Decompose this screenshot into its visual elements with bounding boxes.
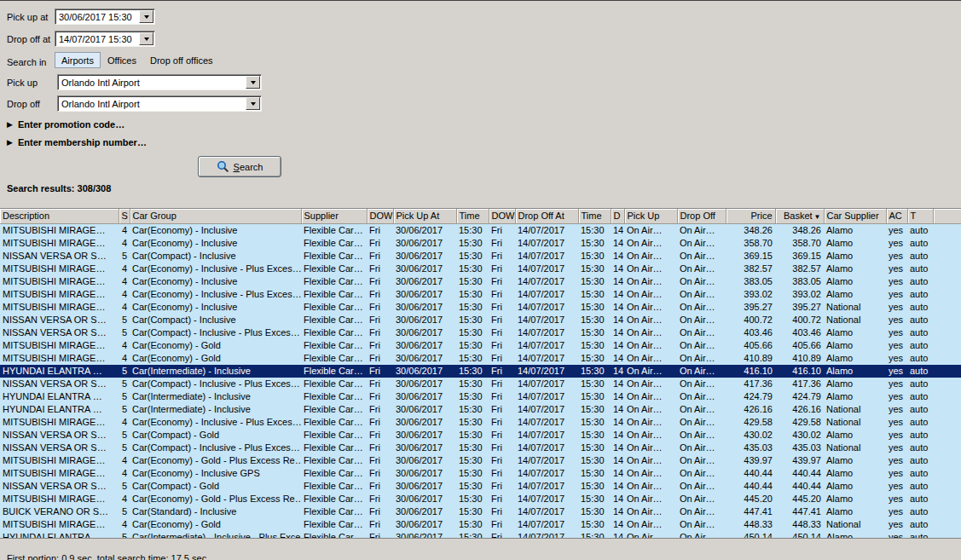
results-header-row: DescriptionSCar GroupSupplierDOWPick Up … [0,209,961,223]
column-header-price[interactable]: Price [726,209,775,223]
dropoff-combo[interactable]: Orlando Intl Airport [57,95,262,112]
status-bar: First portion: 0.9 sec, total search tim… [0,538,961,560]
column-header-description[interactable]: Description [0,209,119,223]
dropoff-combo-arrow[interactable] [246,97,260,110]
pickup-combo-arrow[interactable] [246,76,260,89]
results-summary: Search results: 308/308 [7,183,111,193]
column-header-time[interactable]: Time [456,209,489,223]
pickup-at-label: Pick up at [7,12,48,22]
pickup-combo[interactable]: Orlando Intl Airport [57,74,262,90]
result-row[interactable]: NISSAN VERSA OR S…5Car(Compact) - Inclus… [0,250,961,263]
expander-icon: ▶ [7,121,13,129]
column-header-car-group[interactable]: Car Group [130,209,301,223]
result-row[interactable]: MITSUBISHI MIRAGE…4Car(Economy) - Gold -… [0,454,961,467]
tab-drop-off-offices[interactable]: Drop off offices [143,52,220,68]
dropoff-at-combo-arrow[interactable] [139,32,153,45]
status-text: First portion: 0.9 sec, total search tim… [7,553,206,560]
column-header-ac[interactable]: AC [886,209,907,223]
chevron-down-icon [144,15,149,19]
pickup-at-value: 30/06/2017 15:30 [55,9,138,24]
pickup-label: Pick up [7,78,38,88]
result-row[interactable]: HYUNDAI ELANTRA …5Car(Intermediate) - In… [0,531,961,539]
pickup-at-combo[interactable]: 30/06/2017 15:30 [55,9,155,25]
search-button[interactable]: Search [198,156,281,177]
column-header-d[interactable]: D [611,209,624,223]
result-row[interactable]: MITSUBISHI MIRAGE…4Car(Economy) - GoldFl… [0,352,961,365]
chevron-down-icon [251,81,256,84]
column-header-drop-off[interactable]: Drop Off [677,209,726,223]
column-header-car-supplier[interactable]: Car Supplier [824,209,886,223]
dropoff-at-value: 14/07/2017 15:30 [55,32,138,46]
result-row[interactable]: NISSAN VERSA OR S…5Car(Compact) - GoldFl… [0,480,961,493]
expander-icon: ▶ [7,139,13,147]
result-row[interactable]: MITSUBISHI MIRAGE…4Car(Economy) - Inclus… [0,288,961,301]
dropoff-at-combo[interactable]: 14/07/2017 15:30 [55,31,155,47]
column-header-dow[interactable]: DOW [489,209,515,223]
pickup-value: Orlando Intl Airport [58,75,245,89]
result-row[interactable]: HYUNDAI ELANTRA …5Car(Intermediate) - In… [0,403,961,416]
results-grid: DescriptionSCar GroupSupplierDOWPick Up … [0,208,961,538]
result-row[interactable]: MITSUBISHI MIRAGE…4Car(Economy) - Inclus… [0,223,961,237]
column-header-blank [933,209,961,223]
tab-offices[interactable]: Offices [101,52,143,68]
sort-icon: ▼ [814,213,821,221]
column-header-s[interactable]: S [119,209,130,223]
column-header-t[interactable]: T [907,209,933,223]
result-row[interactable]: MITSUBISHI MIRAGE…4Car(Economy) - Inclus… [0,416,961,429]
search-icon [217,160,229,173]
membership-number-expander[interactable]: ▶ Enter membership number… [7,137,147,147]
result-row[interactable]: NISSAN VERSA OR S…5Car(Compact) - Inclus… [0,378,961,390]
result-row[interactable]: MITSUBISHI MIRAGE…4Car(Economy) - Gold -… [0,493,961,505]
promotion-code-expander[interactable]: ▶ Enter promotion code… [7,119,124,130]
search-in-label: Search in [7,57,46,67]
chevron-down-icon [144,38,149,41]
membership-number-label: Enter membership number… [18,137,147,147]
column-header-dow[interactable]: DOW [367,209,393,223]
result-row[interactable]: MITSUBISHI MIRAGE…4Car(Economy) - Inclus… [0,275,961,288]
search-button-label: Search [234,162,263,172]
dropoff-label: Drop off [7,99,40,109]
result-row[interactable]: MITSUBISHI MIRAGE…4Car(Economy) - GoldFl… [0,518,961,531]
column-header-basket[interactable]: Basket▼ [775,209,824,223]
result-row[interactable]: NISSAN VERSA OR S…5Car(Compact) - Inclus… [0,326,961,339]
result-row[interactable]: MITSUBISHI MIRAGE…4Car(Economy) - Inclus… [0,301,961,314]
result-row[interactable]: MITSUBISHI MIRAGE…4Car(Economy) - Inclus… [0,263,961,275]
result-row[interactable]: HYUNDAI ELANTRA …5Car(Intermediate) - In… [0,390,961,403]
column-header-supplier[interactable]: Supplier [301,209,367,223]
column-header-drop-off-at[interactable]: Drop Off At [515,209,578,223]
column-header-pick-up[interactable]: Pick Up [624,209,677,223]
result-row[interactable]: NISSAN VERSA OR S…5Car(Compact) - GoldFl… [0,429,961,442]
pickup-at-combo-arrow[interactable] [139,10,153,23]
car-rental-search-window: Pick up at 30/06/2017 15:30 Drop off at … [0,0,961,560]
promotion-code-label: Enter promotion code… [18,119,124,130]
search-in-tabs: AirportsOfficesDrop off offices [55,52,220,68]
results-table-body: MITSUBISHI MIRAGE…4Car(Economy) - Inclus… [0,223,961,538]
dropoff-value: Orlando Intl Airport [58,96,245,111]
result-row[interactable]: MITSUBISHI MIRAGE…4Car(Economy) - Inclus… [0,467,961,480]
result-row[interactable]: BUICK VERANO OR S…5Car(Standard) - Inclu… [0,505,961,518]
dropoff-at-label: Drop off at [7,34,50,44]
tab-airports[interactable]: Airports [55,52,101,68]
results-table: DescriptionSCar GroupSupplierDOWPick Up … [0,209,961,538]
chevron-down-icon [251,102,256,106]
result-row[interactable]: HYUNDAI ELANTRA …5Car(Intermediate) - In… [0,365,961,378]
column-header-time[interactable]: Time [578,209,611,223]
result-row[interactable]: NISSAN VERSA OR S…5Car(Compact) - Inclus… [0,442,961,454]
result-row[interactable]: NISSAN VERSA OR S…5Car(Compact) - Inclus… [0,314,961,326]
result-row[interactable]: MITSUBISHI MIRAGE…4Car(Economy) - GoldFl… [0,339,961,352]
result-row[interactable]: MITSUBISHI MIRAGE…4Car(Economy) - Inclus… [0,237,961,250]
column-header-pick-up-at[interactable]: Pick Up At [393,209,456,223]
